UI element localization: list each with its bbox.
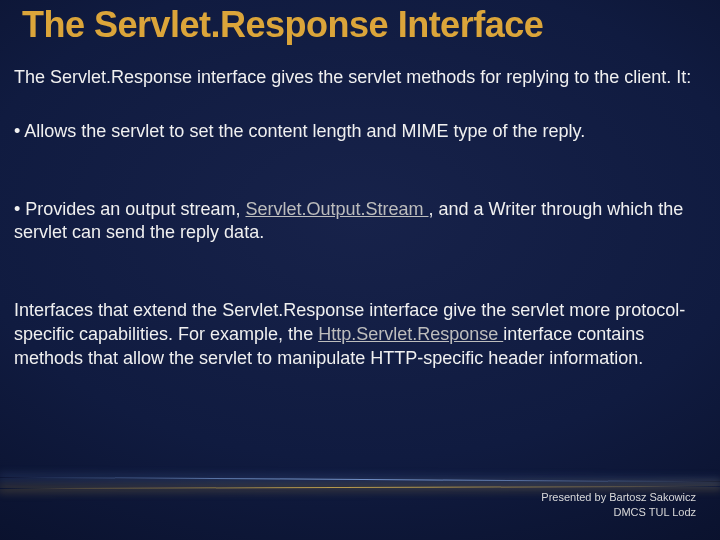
footer-line-1: Presented by Bartosz Sakowicz [541, 490, 696, 505]
bullet-2: • Provides an output stream, Servlet.Out… [14, 198, 692, 246]
spacer [14, 251, 692, 275]
slide-body: The Servlet.Response interface gives the… [14, 66, 692, 376]
slide: The Servlet.Response Interface The Servl… [0, 0, 720, 540]
spacer [14, 96, 692, 120]
bullet2-pre: • Provides an output stream, [14, 199, 245, 219]
spacer [14, 150, 692, 174]
spacer [14, 174, 692, 198]
para-code: Servlet.Response [222, 300, 364, 320]
intro-pre: The [14, 67, 50, 87]
bullet2-writer: Writer [489, 199, 537, 219]
http-servlet-response-link[interactable]: Http.Servlet.Response [318, 324, 503, 344]
spacer [14, 275, 692, 299]
bullet2-mid1: , and a [429, 199, 489, 219]
intro-post: interface gives the servlet methods for … [192, 67, 691, 87]
page-title: The Servlet.Response Interface [22, 4, 698, 46]
paragraph-extend: Interfaces that extend the Servlet.Respo… [14, 299, 692, 370]
intro-code: Servlet.Response [50, 67, 192, 87]
bullet-1: • Allows the servlet to set the content … [14, 120, 692, 144]
footer: Presented by Bartosz Sakowicz DMCS TUL L… [541, 490, 696, 520]
footer-line-2: DMCS TUL Lodz [541, 505, 696, 520]
servlet-output-stream-link[interactable]: Servlet.Output.Stream [245, 199, 428, 219]
intro-paragraph: The Servlet.Response interface gives the… [14, 66, 692, 90]
para-pre: Interfaces that extend the [14, 300, 222, 320]
